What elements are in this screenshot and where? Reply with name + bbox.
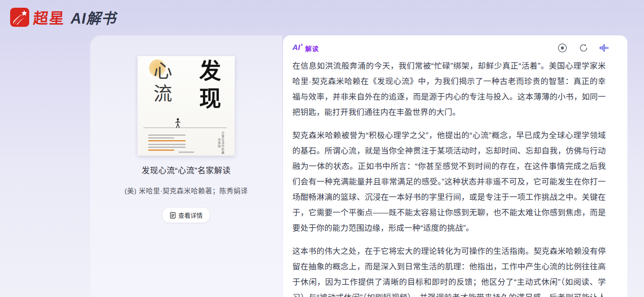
app-header: 超星 AI解书 [0,0,644,34]
book-title: 发现心流“心流”名家解读 [90,164,282,176]
cover-tightrope-line [143,128,227,128]
ai-title-plus: + [300,42,303,47]
brand-logo[interactable]: 超星 AI解书 [10,6,116,28]
view-details-label: 查看详情 [178,211,203,219]
reading-paragraph: 契克森米哈赖被誉为“积极心理学之父”，他提出的“心流”概念，早已成为全球心理学领… [292,128,606,236]
reading-paragraph: 这本书的伟大之处，在于它将宏大的理论转化为可操作的生活指南。契克森米哈赖没有停留… [292,243,606,297]
cover-publisher-mark [179,152,194,153]
tightrope-walker-icon [174,118,182,128]
reader-toolbar [557,43,610,53]
ai-interpretation-text: 在信息如洪流般奔涌的今天，我们常被“忙碌”绑架，却鲜少真正“活着”。美国心理学家… [292,58,606,297]
cover-title-faxian: 发现 [197,59,219,115]
chaoxing-logo-icon [10,8,29,27]
brand-name-cn: 超星 [32,6,66,28]
book-cover: 心流 发现 日常生活中的最优体验 [138,56,235,156]
book-info-panel: 心流 发现 日常生活中的最优体验 发现心流“心流”名家解读 (美) 米哈里·契克… [90,35,282,297]
cover-title-xinliu: 心流 [151,61,170,106]
view-details-button[interactable]: 查看详情 [162,207,210,223]
reader-header: AI + 解读 [292,41,605,54]
document-icon [170,212,176,219]
reading-paragraph: 在信息如洪流般奔涌的今天，我们常被“忙碌”绑架，却鲜少真正“活着”。美国心理学家… [292,58,606,120]
refresh-icon[interactable] [578,43,589,53]
ai-section-title: AI + 解读 [292,43,319,53]
waveform-icon[interactable] [599,43,610,53]
cover-blurb-block-2 [148,144,186,152]
stop-icon[interactable] [557,43,568,53]
ai-title-ai: AI [292,43,300,52]
ai-reading-panel: AI + 解读 [283,35,627,297]
book-author: (美) 米哈里·契克森米哈赖著；陈秀娟译 [90,185,282,195]
cover-blurb-block-1 [148,134,186,143]
brand-product-name: AI解书 [71,7,116,28]
ai-title-label: 解读 [305,43,319,53]
cover-subtitle: 日常生活中的最优体验 [217,132,225,154]
